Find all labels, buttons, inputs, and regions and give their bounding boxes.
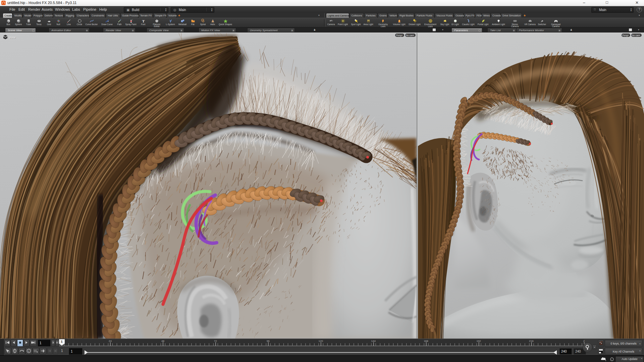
svg-text:120: 120 — [319, 340, 323, 343]
svg-text:1: 1 — [61, 340, 62, 343]
svg-text:Persp: Persp — [623, 34, 628, 37]
svg-text:Persp: Persp — [396, 34, 402, 37]
svg-text:168: 168 — [424, 340, 428, 343]
svg-text:T: T — [142, 19, 145, 23]
svg-text:216: 216 — [529, 340, 534, 343]
svg-text:No cam: No cam — [406, 34, 413, 37]
svg-text:View: View — [9, 36, 16, 39]
svg-text:24: 24 — [109, 340, 112, 343]
svg-text:192: 192 — [476, 340, 481, 343]
svg-text:2: 2 — [583, 340, 585, 343]
svg-text:48: 48 — [161, 340, 164, 343]
svg-text:96: 96 — [267, 340, 270, 343]
svg-text:No cam: No cam — [632, 34, 639, 37]
svg-text:144: 144 — [371, 340, 376, 343]
svg-text:72: 72 — [214, 340, 217, 343]
